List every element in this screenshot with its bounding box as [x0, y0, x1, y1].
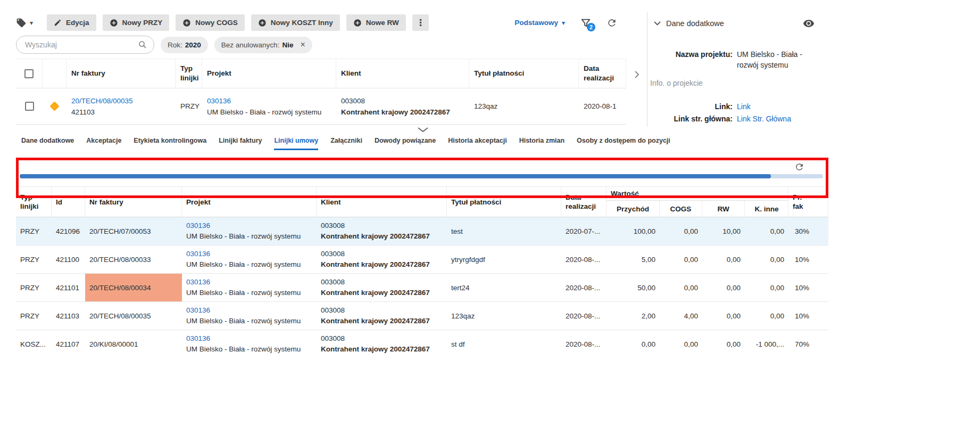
- cell-nr-faktury: 20/KI/08/00001: [85, 330, 182, 353]
- refresh-button[interactable]: [607, 18, 617, 28]
- tab-historia-zmian[interactable]: Historia zmian: [519, 137, 564, 150]
- client-name: Kontrahent krajowy 2002472867: [321, 316, 430, 326]
- column-header-nr-faktury[interactable]: Nr faktury: [67, 59, 176, 88]
- chevron-down-icon: [417, 127, 429, 133]
- column-header-projekt[interactable]: Projekt: [202, 59, 336, 88]
- cell-przychod: 5,00: [607, 245, 660, 273]
- search-input[interactable]: [25, 40, 138, 49]
- pr-fak-line1: Pr.: [793, 193, 803, 202]
- tag-icon: [16, 18, 27, 28]
- new-rw-button[interactable]: Nowe RW: [346, 14, 406, 31]
- scrollbar-thumb[interactable]: [20, 174, 771, 178]
- row-id: 421103: [71, 107, 133, 118]
- new-koszt-inny-label: Nowy KOSZT Inny: [271, 19, 333, 27]
- close-icon[interactable]: ×: [300, 40, 305, 49]
- tab-historia-akceptacji[interactable]: Historia akceptacji: [448, 137, 506, 150]
- new-przy-button[interactable]: Nowy PRZY: [103, 14, 170, 31]
- tab-etykieta-kontrolingowa[interactable]: Etykieta kontrolingowa: [134, 137, 206, 150]
- filter-chip-bez-anulowanych[interactable]: Bez anulowanych: Nie ×: [214, 37, 312, 53]
- column-header-przychod[interactable]: Przychód: [607, 201, 660, 217]
- project-name: UM Bielsko - Biała - rozwój systemu: [186, 231, 301, 242]
- column-header-data-realizacji[interactable]: Data realizacji: [579, 59, 626, 88]
- more-actions-button[interactable]: ⋮: [412, 14, 429, 31]
- table-row[interactable]: PRZY 421103 20/TECH/08/00035 030136 UM B…: [16, 302, 828, 330]
- tab-zalaczniki[interactable]: Załączniki: [330, 137, 362, 150]
- view-selector-label: Podstawowy: [514, 19, 558, 27]
- cell-rw: 0,00: [702, 274, 745, 301]
- cell-data: 2020-08-...: [561, 330, 607, 353]
- column-header-k-inne[interactable]: K. inne: [745, 201, 788, 217]
- column-header-projekt[interactable]: Projekt: [182, 187, 317, 217]
- row-checkbox[interactable]: [25, 102, 34, 111]
- table-row[interactable]: 20/TECH/08/00035 421103 PRZY 030136 UM B…: [16, 88, 626, 125]
- cell-id: 421103: [52, 302, 85, 330]
- cell-k-inne: 0,00: [745, 245, 788, 273]
- new-przy-label: Nowy PRZY: [122, 19, 163, 27]
- cell-data: 2020-08-...: [561, 302, 607, 330]
- tab-akceptacje[interactable]: Akceptacje: [86, 137, 121, 150]
- column-header-tytul-platnosci[interactable]: Tytuł płatności: [447, 187, 561, 217]
- column-header-pr-fak[interactable]: Pr. fak: [788, 187, 828, 217]
- project-code-link[interactable]: 030136: [186, 249, 301, 259]
- column-header-tytul-platnosci[interactable]: Tytuł płatności: [469, 59, 579, 88]
- chevron-down-icon: ▾: [562, 20, 565, 26]
- filter-button[interactable]: 2: [580, 17, 592, 29]
- chip-label: Rok:: [168, 41, 182, 49]
- horizontal-scrollbar[interactable]: [20, 174, 823, 178]
- project-name: UM Bielsko - Biała - rozwój systemu: [207, 107, 321, 118]
- tab-osoby-z-dostepem[interactable]: Osoby z dostępem do pozycji: [577, 137, 670, 150]
- edit-button-label: Edycja: [66, 19, 89, 27]
- visibility-button[interactable]: [803, 18, 815, 29]
- column-header-data-realizacji[interactable]: Data realizacji: [561, 187, 607, 217]
- collapse-grid-button[interactable]: [416, 126, 430, 133]
- project-code-link[interactable]: 030136: [186, 220, 301, 231]
- tags-menu-button[interactable]: ▾: [16, 18, 33, 28]
- client-code: 003008: [321, 277, 430, 288]
- project-code-link[interactable]: 030136: [207, 95, 321, 107]
- refresh-icon: [794, 162, 804, 172]
- new-cogs-button[interactable]: Nowy COGS: [176, 14, 245, 31]
- panel-section-label: Info. o projekcie: [647, 79, 830, 87]
- filter-chip-rok[interactable]: Rok: 2020: [161, 37, 208, 53]
- column-header-typ-linijki[interactable]: Typ linijki: [16, 187, 52, 217]
- column-header-id[interactable]: Id: [52, 187, 85, 217]
- main-grid: Nr faktury Typ linijki Projekt Klient Ty…: [16, 59, 626, 125]
- client-code: 003008: [321, 305, 430, 316]
- column-header-typ-linijki[interactable]: Typ linijki: [176, 59, 202, 88]
- tab-linijki-faktury[interactable]: Linijki faktury: [219, 137, 262, 150]
- cell-id: 421107: [52, 330, 85, 353]
- main-page-link[interactable]: Link Str. Główna: [737, 113, 818, 125]
- column-header-klient[interactable]: Klient: [317, 187, 447, 217]
- table-row[interactable]: PRZY 421096 20/TECH/07/00053 030136 UM B…: [16, 217, 828, 245]
- invoice-number-link[interactable]: 20/TECH/08/00035: [71, 95, 133, 107]
- table-row[interactable]: PRZY 421101 20/TECH/08/00034 030136 UM B…: [16, 274, 828, 302]
- tab-dane-dodatkowe[interactable]: Dane dodatkowe: [21, 137, 74, 150]
- project-code-link[interactable]: 030136: [186, 277, 301, 288]
- table-row[interactable]: PRZY 421100 20/TECH/08/00033 030136 UM B…: [16, 245, 828, 274]
- tab-dowody-powiazane[interactable]: Dowody powiązane: [375, 137, 436, 150]
- cell-cogs: 0,00: [660, 330, 702, 353]
- table-row[interactable]: KOSZ... 421107 20/KI/08/00001 030136 UM …: [16, 330, 828, 353]
- cell-przychod: 2,00: [607, 302, 660, 330]
- column-header-nr-faktury[interactable]: Nr faktury: [85, 187, 182, 217]
- panel-collapse-handle[interactable]: [634, 69, 643, 80]
- cell-cogs: 0,00: [660, 217, 702, 245]
- project-name: UM Bielsko - Biała - rozwój systemu: [186, 316, 301, 326]
- project-link[interactable]: Link: [737, 101, 818, 112]
- column-header-klient[interactable]: Klient: [336, 59, 469, 88]
- cell-id: 421096: [52, 217, 85, 245]
- group-header-wartosc[interactable]: Wartość: [607, 187, 788, 201]
- select-all-checkbox[interactable]: [24, 69, 34, 78]
- view-selector[interactable]: Podstawowy ▾: [514, 19, 565, 27]
- new-koszt-inny-button[interactable]: Nowy KOSZT Inny: [251, 14, 340, 31]
- refresh-subgrid-button[interactable]: [794, 162, 804, 172]
- tab-linijki-umowy[interactable]: Linijki umowy: [274, 137, 318, 150]
- column-header-cogs[interactable]: COGS: [660, 201, 702, 217]
- panel-collapse-toggle[interactable]: Dane dodatkowe: [654, 19, 724, 28]
- cell-tytul: tert24: [447, 274, 561, 301]
- project-code-link[interactable]: 030136: [186, 333, 301, 344]
- project-name: UM Bielsko - Biała - rozwój systemu: [186, 288, 301, 298]
- column-header-rw[interactable]: RW: [702, 201, 745, 217]
- project-code-link[interactable]: 030136: [186, 305, 301, 316]
- edit-button[interactable]: Edycja: [47, 14, 96, 31]
